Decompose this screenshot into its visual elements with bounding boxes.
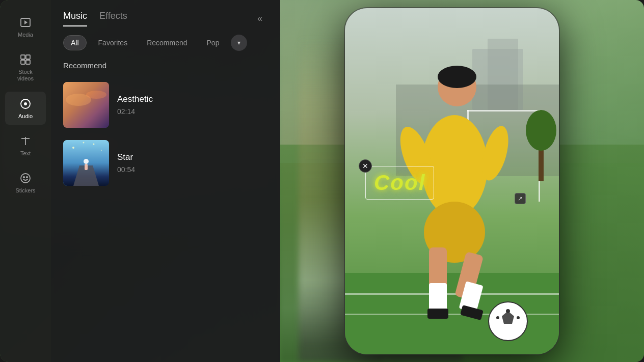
svg-point-35 (438, 66, 476, 88)
grid-icon (18, 52, 33, 67)
svg-point-21 (93, 144, 95, 145)
svg-point-18 (84, 159, 89, 164)
main-area: Cool ✕ ↗ (280, 0, 644, 362)
svg-point-11 (23, 177, 24, 178)
sidebar-item-media[interactable]: Media (5, 10, 46, 43)
filter-all[interactable]: All (63, 35, 87, 50)
sidebar-item-audio[interactable]: Audio (5, 92, 46, 125)
svg-point-10 (21, 174, 30, 183)
music-thumb-star (63, 140, 109, 186)
cool-text-box[interactable]: Cool (365, 166, 434, 200)
text-close-button[interactable]: ✕ (359, 159, 372, 173)
svg-rect-33 (345, 314, 559, 315)
svg-rect-32 (345, 293, 559, 295)
sticker-icon (18, 171, 33, 185)
svg-rect-2 (21, 55, 25, 59)
music-list: Aesthetic 02:14 (51, 76, 280, 192)
filter-recommend[interactable]: Recommend (139, 35, 195, 50)
svg-rect-42 (427, 309, 448, 319)
app-container: Media Stockvideos (0, 0, 644, 362)
sidebar-label-stickers: Stickers (15, 187, 35, 194)
filter-favorites[interactable]: Favorites (91, 35, 136, 50)
svg-point-50 (496, 316, 499, 319)
svg-rect-4 (21, 60, 25, 64)
sidebar-item-stock[interactable]: Stockvideos (5, 47, 46, 87)
svg-point-49 (517, 316, 520, 319)
music-info-aesthetic: Aesthetic 02:14 (117, 94, 268, 116)
svg-rect-19 (85, 164, 88, 170)
tab-effects[interactable]: Effects (99, 11, 127, 26)
svg-rect-5 (26, 60, 30, 64)
cool-text: Cool (374, 171, 425, 195)
phone-screen: Cool ✕ ↗ (345, 8, 559, 354)
sidebar-item-stickers[interactable]: Stickers (5, 166, 46, 199)
svg-rect-30 (467, 110, 540, 112)
music-title-star: Star (117, 152, 268, 162)
svg-point-20 (72, 147, 74, 149)
section-recommend-title: Recommend (51, 59, 280, 76)
svg-point-23 (83, 142, 85, 144)
music-duration-star: 00:54 (117, 165, 268, 174)
music-info-star: Star 00:54 (117, 152, 268, 174)
music-duration-aesthetic: 02:14 (117, 107, 268, 116)
svg-point-48 (506, 309, 510, 313)
svg-point-52 (526, 110, 556, 151)
sidebar: Media Stockvideos (0, 0, 51, 362)
panel-tabs: Music Effects (63, 11, 127, 26)
play-icon (18, 15, 33, 30)
tab-music[interactable]: Music (63, 11, 87, 26)
music-item-star[interactable]: Star 00:54 (57, 134, 274, 192)
phone-mockup: Cool ✕ ↗ (345, 8, 559, 354)
sidebar-label-text: Text (20, 150, 31, 157)
sidebar-label-stock: Stockvideos (17, 69, 34, 82)
resize-icon: ↗ (518, 195, 523, 202)
svg-rect-13 (63, 82, 109, 128)
text-resize-handle[interactable]: ↗ (515, 193, 526, 204)
panel-filters: All Favorites Recommend Pop ▾ (51, 26, 280, 59)
close-icon: ✕ (362, 162, 368, 170)
text-icon (18, 134, 33, 148)
svg-rect-3 (26, 55, 30, 59)
panel: Music Effects « All Favorites Recommend … (51, 0, 280, 362)
svg-point-15 (86, 91, 106, 99)
filter-pop[interactable]: Pop (199, 35, 227, 50)
panel-header: Music Effects « (51, 0, 280, 26)
filter-more-dropdown[interactable]: ▾ (231, 35, 247, 51)
sidebar-item-text[interactable]: Text (5, 129, 46, 162)
sidebar-label-media: Media (18, 32, 33, 38)
music-thumb-aesthetic (63, 82, 109, 128)
svg-marker-1 (24, 20, 28, 24)
collapse-panel-button[interactable]: « (252, 10, 268, 26)
svg-point-7 (24, 102, 27, 105)
svg-point-12 (26, 177, 28, 178)
sidebar-label-audio: Audio (18, 113, 33, 120)
audio-icon (18, 97, 33, 111)
music-title-aesthetic: Aesthetic (117, 94, 268, 104)
music-item-aesthetic[interactable]: Aesthetic 02:14 (57, 76, 274, 134)
svg-point-22 (101, 150, 102, 151)
